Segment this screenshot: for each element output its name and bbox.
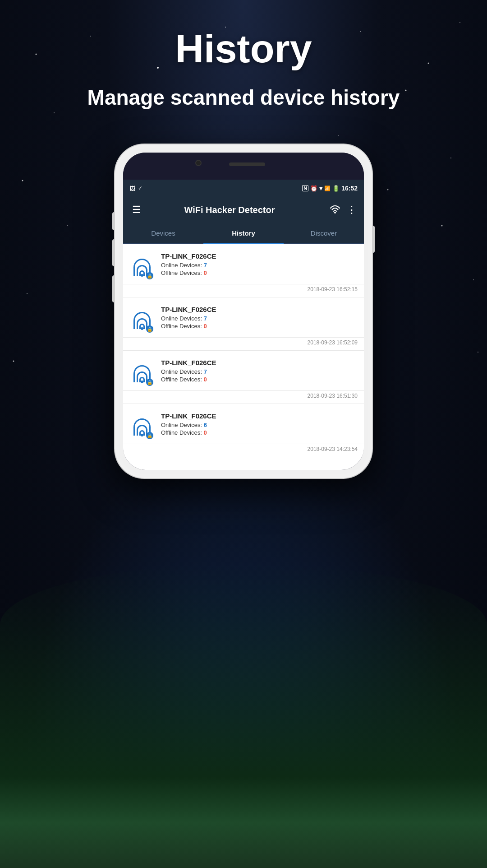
history-item-2[interactable]: 🔒 TP-LINK_F026CE Online Devices: 7 Offli… <box>123 297 364 338</box>
tab-bar: Devices History Discover <box>123 223 364 244</box>
online-count-4: Online Devices: 6 <box>161 422 358 428</box>
history-item-1[interactable]: 🔒 TP-LINK_F026CE Online Devices: 7 Offli… <box>123 244 364 284</box>
tab-devices[interactable]: Devices <box>123 223 203 243</box>
offline-count-3: Offline Devices: 0 <box>161 376 358 383</box>
history-item-4[interactable]: 🔒 TP-LINK_F026CE Online Devices: 6 Offli… <box>123 404 364 444</box>
alarm-icon: ⏰ <box>310 185 317 192</box>
page-title: History <box>0 27 487 71</box>
tab-history[interactable]: History <box>203 223 284 243</box>
timestamp-4: 2018-09-23 14:23:54 <box>123 444 364 457</box>
app-title: WiFi Hacker Detector <box>135 205 324 215</box>
notification-icon-2: ✓ <box>138 185 142 191</box>
speaker <box>229 162 265 166</box>
history-list: 🔒 TP-LINK_F026CE Online Devices: 7 Offli… <box>123 244 364 470</box>
power-button <box>372 226 375 253</box>
battery-icon: 🔋 <box>332 185 340 192</box>
device-info-1: TP-LINK_F026CE Online Devices: 7 Offline… <box>161 252 358 276</box>
volume-down-button <box>112 275 115 302</box>
page-subtitle: Manage scanned device history <box>0 84 487 111</box>
device-info-2: TP-LINK_F026CE Online Devices: 7 Offline… <box>161 306 358 330</box>
time-display: 16:52 <box>341 185 358 192</box>
offline-count-1: Offline Devices: 0 <box>161 269 358 276</box>
phone-screen: 🖼 ✓ N ⏰ ▾ 📶 🔋 16:52 ☰ WiFi Hacker Detect… <box>123 153 364 470</box>
mute-button <box>112 212 115 230</box>
phone-shell: 🖼 ✓ N ⏰ ▾ 📶 🔋 16:52 ☰ WiFi Hacker Detect… <box>115 144 372 478</box>
timestamp-1: 2018-09-23 16:52:15 <box>123 284 364 297</box>
history-item-3[interactable]: 🔒 TP-LINK_F026CE Online Devices: 7 Offli… <box>123 351 364 391</box>
signal-icon: 📶 <box>324 186 331 191</box>
device-info-3: TP-LINK_F026CE Online Devices: 7 Offline… <box>161 359 358 383</box>
timestamp-3: 2018-09-23 16:51:30 <box>123 391 364 404</box>
front-camera <box>195 160 202 166</box>
status-right-area: N ⏰ ▾ 📶 🔋 16:52 <box>302 185 358 192</box>
wifi-icon-4: 🔒 <box>129 411 155 436</box>
nfc-icon: N <box>302 185 308 191</box>
volume-up-button <box>112 239 115 266</box>
wifi-status-icon: ▾ <box>319 185 322 192</box>
earth-surface <box>0 564 487 868</box>
online-count-2: Online Devices: 7 <box>161 315 358 322</box>
wifi-icon-1: 🔒 <box>129 251 155 277</box>
phone-notch <box>123 153 364 180</box>
wifi-icon-3: 🔒 <box>129 358 155 383</box>
network-name-4: TP-LINK_F026CE <box>161 412 358 420</box>
notification-icon-1: 🖼 <box>129 185 135 192</box>
more-options-button[interactable]: ⋮ <box>347 204 357 216</box>
network-name-2: TP-LINK_F026CE <box>161 306 358 313</box>
status-bar: 🖼 ✓ N ⏰ ▾ 📶 🔋 16:52 <box>123 180 364 197</box>
page-header: History Manage scanned device history <box>0 0 487 111</box>
network-name-1: TP-LINK_F026CE <box>161 252 358 260</box>
wifi-icon-2: 🔒 <box>129 305 155 330</box>
online-count-1: Online Devices: 7 <box>161 262 358 269</box>
timestamp-2: 2018-09-23 16:52:09 <box>123 338 364 351</box>
toolbar-action-icons: ⋮ <box>330 204 357 216</box>
tab-discover[interactable]: Discover <box>284 223 364 243</box>
offline-count-2: Offline Devices: 0 <box>161 323 358 330</box>
network-name-3: TP-LINK_F026CE <box>161 359 358 367</box>
offline-count-4: Offline Devices: 0 <box>161 429 358 436</box>
status-left-icons: 🖼 ✓ <box>129 185 142 192</box>
wifi-toolbar-icon[interactable] <box>330 204 340 216</box>
device-info-4: TP-LINK_F026CE Online Devices: 6 Offline… <box>161 412 358 436</box>
phone-device: 🖼 ✓ N ⏰ ▾ 📶 🔋 16:52 ☰ WiFi Hacker Detect… <box>115 144 372 478</box>
online-count-3: Online Devices: 7 <box>161 368 358 375</box>
app-toolbar: ☰ WiFi Hacker Detector ⋮ <box>123 197 364 223</box>
